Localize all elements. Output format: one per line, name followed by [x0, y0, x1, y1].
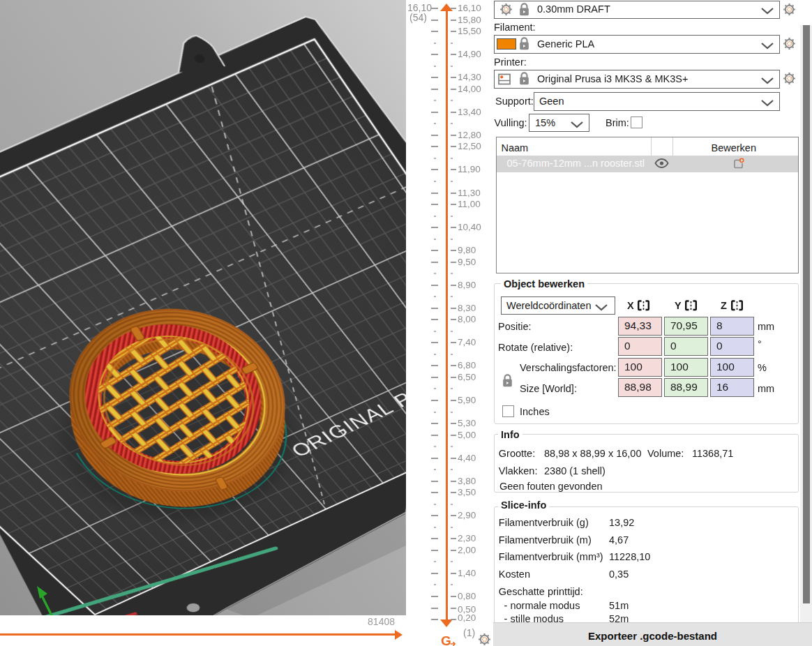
svg-text:G: G	[441, 633, 451, 646]
